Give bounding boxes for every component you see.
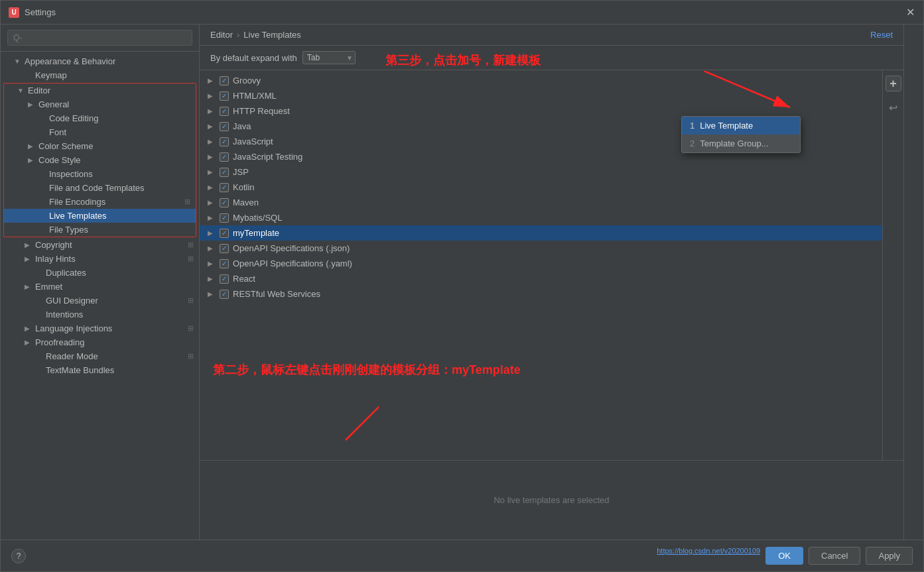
sidebar-item-general[interactable]: ▶ General <box>4 97 196 111</box>
chevron-icon: ▶ <box>208 290 217 298</box>
sidebar-item-gui-designer[interactable]: GUI Designer ⊞ <box>1 294 199 308</box>
chevron-icon: ▶ <box>208 214 217 221</box>
dropdown-item-live-template[interactable]: 1 Live Template <box>682 117 800 135</box>
sidebar-item-inlay-hints[interactable]: ▶ Inlay Hints ⊞ <box>1 252 199 266</box>
chevron-icon: ▶ <box>208 77 217 84</box>
panel-header: Editor › Live Templates Reset <box>200 25 903 46</box>
sidebar-item-intentions[interactable]: Intentions <box>1 308 199 321</box>
sidebar-item-label: Code Style <box>38 155 81 165</box>
template-checkbox-html-xml[interactable] <box>220 91 229 101</box>
add-button[interactable]: + <box>886 76 901 91</box>
template-checkbox-groovy[interactable] <box>220 76 229 86</box>
sidebar-item-editor[interactable]: ▼ Editor <box>4 84 196 97</box>
dropdown-item-label: Template Group... <box>700 139 768 148</box>
chevron-icon: ▶ <box>208 275 217 282</box>
sidebar-item-reader-mode[interactable]: Reader Mode ⊞ <box>1 349 199 363</box>
sidebar-item-proofreading[interactable]: ▶ Proofreading <box>1 335 199 349</box>
chevron-icon: ▶ <box>208 107 217 115</box>
template-checkbox-java[interactable] <box>220 122 229 131</box>
sidebar-item-inspections[interactable]: Inspections <box>4 167 196 181</box>
template-item-html-xml[interactable]: ▶ HTML/XML <box>200 88 882 103</box>
template-label: JSP <box>233 167 249 177</box>
main-content: ▼ Appearance & Behavior Keymap ▼ Editor … <box>1 25 923 540</box>
template-checkbox-javascript[interactable] <box>220 137 229 146</box>
template-item-jsp[interactable]: ▶ JSP <box>200 164 882 180</box>
template-label: Java <box>233 121 251 131</box>
settings-icon: ⊞ <box>188 324 194 333</box>
undo-button[interactable]: ↩ <box>886 99 901 115</box>
footer-url[interactable]: https://blog.csdn.net/v20200109 <box>657 547 760 565</box>
sidebar-item-file-encodings[interactable]: File Encodings ⊞ <box>4 195 196 209</box>
template-item-mytemplate[interactable]: ▶ myTemplate <box>200 225 882 241</box>
chevron-icon: ▶ <box>208 153 217 160</box>
expand-with-select[interactable]: Tab Enter Space <box>302 51 356 64</box>
sidebar-item-label: Editor <box>28 86 50 95</box>
chevron-icon: ▶ <box>208 138 217 145</box>
sidebar-item-duplicates[interactable]: Duplicates <box>1 266 199 280</box>
template-item-mybatis-sql[interactable]: ▶ Mybatis/SQL <box>200 210 882 225</box>
chevron-icon: ▶ <box>208 168 217 176</box>
cancel-button[interactable]: Cancel <box>809 547 860 565</box>
sidebar-item-appearance[interactable]: ▼ Appearance & Behavior <box>1 54 199 68</box>
template-checkbox-mytemplate[interactable] <box>220 229 229 238</box>
template-checkbox-kotlin[interactable] <box>220 183 229 192</box>
template-label: HTML/XML <box>233 91 277 101</box>
template-label: JavaScript <box>233 137 273 146</box>
sidebar-item-emmet[interactable]: ▶ Emmet <box>1 280 199 294</box>
chevron-icon: ▶ <box>208 229 217 237</box>
help-button[interactable]: ? <box>11 549 26 563</box>
chevron-icon: ▶ <box>25 339 34 346</box>
sidebar-item-label: File Types <box>49 225 88 235</box>
template-checkbox-maven[interactable] <box>220 198 229 207</box>
right-panel: 第三步，点击加号，新建模板 Editor › Live Templates <box>200 25 903 540</box>
template-checkbox-openapi-yaml[interactable] <box>220 259 229 268</box>
sidebar-item-code-style[interactable]: ▶ Code Style <box>4 153 196 167</box>
close-button[interactable]: ✕ <box>905 7 915 18</box>
sidebar-item-font[interactable]: Font <box>4 125 196 139</box>
dropdown-item-template-group[interactable]: 2 Template Group... <box>682 135 800 152</box>
sidebar-item-code-editing[interactable]: Code Editing <box>4 111 196 125</box>
chevron-icon: ▶ <box>28 143 37 150</box>
chevron-icon: ▼ <box>17 87 27 94</box>
template-item-groovy[interactable]: ▶ Groovy <box>200 73 882 88</box>
sidebar-item-live-templates[interactable]: Live Templates <box>4 209 196 223</box>
template-item-react[interactable]: ▶ React <box>200 271 882 286</box>
template-item-kotlin[interactable]: ▶ Kotlin <box>200 180 882 195</box>
reset-button[interactable]: Reset <box>870 30 893 40</box>
template-label: React <box>233 274 255 284</box>
sidebar-item-language-injections[interactable]: ▶ Language Injections ⊞ <box>1 321 199 335</box>
settings-window: U Settings ✕ ▼ Appearance & Behavior Key… <box>0 0 924 572</box>
sidebar-item-label: Live Templates <box>49 211 106 221</box>
apply-button[interactable]: Apply <box>866 547 913 565</box>
sidebar-item-color-scheme[interactable]: ▶ Color Scheme <box>4 139 196 153</box>
template-item-openapi-json[interactable]: ▶ OpenAPI Specifications (.json) <box>200 241 882 256</box>
template-label: Kotlin <box>233 182 255 192</box>
template-item-restful[interactable]: ▶ RESTful Web Services <box>200 286 882 302</box>
title-bar: U Settings ✕ <box>1 1 923 25</box>
sidebar-item-label: File and Code Templates <box>49 183 145 193</box>
sidebar-item-label: Language Injections <box>35 323 112 333</box>
template-checkbox-openapi-json[interactable] <box>220 244 229 253</box>
template-item-maven[interactable]: ▶ Maven <box>200 195 882 210</box>
sidebar-item-file-types[interactable]: File Types <box>4 223 196 237</box>
settings-icon: ⊞ <box>188 296 194 305</box>
template-checkbox-restful[interactable] <box>220 290 229 299</box>
sidebar-item-label: Proofreading <box>35 337 84 347</box>
template-checkbox-javascript-testing[interactable] <box>220 152 229 162</box>
template-checkbox-jsp[interactable] <box>220 168 229 177</box>
ok-button[interactable]: OK <box>765 547 803 565</box>
search-input[interactable] <box>7 30 192 46</box>
template-label: JavaScript Testing <box>233 152 302 162</box>
template-checkbox-mybatis-sql[interactable] <box>220 213 229 223</box>
template-item-openapi-yaml[interactable]: ▶ OpenAPI Specifications (.yaml) <box>200 256 882 271</box>
sidebar-item-file-code-templates[interactable]: File and Code Templates <box>4 181 196 195</box>
template-checkbox-react[interactable] <box>220 274 229 284</box>
sidebar-item-label: Intentions <box>46 310 83 319</box>
template-label: Maven <box>233 198 259 207</box>
breadcrumb-separator: › <box>237 30 239 40</box>
sidebar-item-keymap[interactable]: Keymap <box>1 68 199 82</box>
sidebar-item-copyright[interactable]: ▶ Copyright ⊞ <box>1 238 199 252</box>
sidebar-item-textmate-bundles[interactable]: TextMate Bundles <box>1 363 199 377</box>
template-checkbox-http-request[interactable] <box>220 107 229 116</box>
chevron-icon: ▶ <box>208 245 217 252</box>
